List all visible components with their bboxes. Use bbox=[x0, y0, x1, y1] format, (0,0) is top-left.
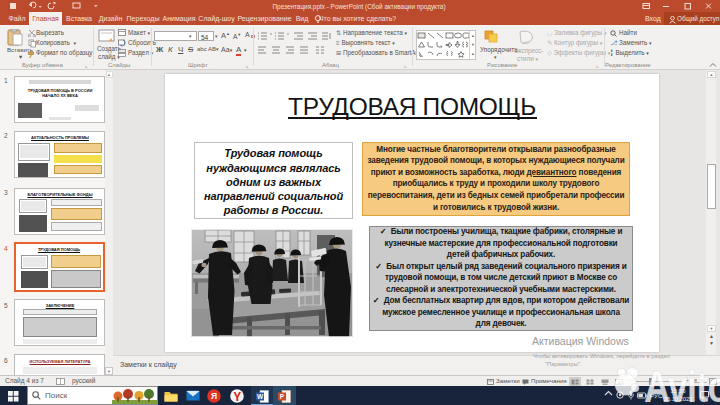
svg-text:Презентация.pptx - PowerPoint: Презентация.pptx - PowerPoint (Сбой акти… bbox=[272, 3, 445, 11]
svg-text:Я: Я bbox=[211, 391, 217, 401]
svg-text:Avito: Avito bbox=[644, 363, 720, 405]
svg-text:W: W bbox=[257, 393, 264, 400]
svg-text:P: P bbox=[280, 393, 285, 400]
